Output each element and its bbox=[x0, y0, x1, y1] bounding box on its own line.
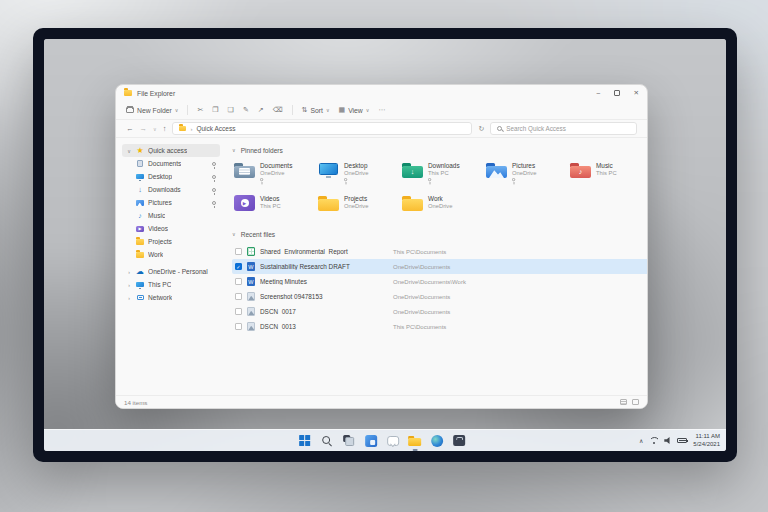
recent-files-list: Shared_Environmental_Report This PC\Docu… bbox=[232, 244, 648, 334]
copy-icon[interactable]: ❐ bbox=[212, 106, 218, 114]
close-button[interactable]: ✕ bbox=[634, 90, 639, 97]
pinned-tile-documents[interactable]: DocumentsOneDrive bbox=[234, 162, 318, 186]
large-icons-view-icon[interactable] bbox=[632, 399, 639, 405]
pin-icon bbox=[512, 178, 515, 181]
row-checkbox[interactable] bbox=[235, 323, 242, 330]
pinned-folders-grid: DocumentsOneDrive DesktopOneDrive ↓ Down… bbox=[234, 162, 648, 219]
folder-icon bbox=[136, 252, 144, 258]
file-explorer-icon bbox=[124, 90, 132, 96]
pinned-folders-header[interactable]: ∨ Pinned folders bbox=[232, 145, 648, 155]
row-checkbox[interactable] bbox=[235, 278, 242, 285]
sidebar-item-desktop[interactable]: Desktop bbox=[122, 170, 220, 183]
file-row[interactable]: Screenshot 09478153 OneDrive\Documents bbox=[232, 289, 648, 304]
pinned-tile-projects[interactable]: ProjectsOneDrive bbox=[318, 195, 402, 219]
recent-locations-button[interactable]: ∨ bbox=[153, 126, 157, 132]
title-bar[interactable]: File Explorer – ✕ bbox=[116, 85, 647, 101]
sidebar-item-projects[interactable]: Projects bbox=[122, 235, 220, 248]
chevron-right-icon[interactable]: › bbox=[126, 282, 132, 288]
rename-icon[interactable]: ✎ bbox=[243, 106, 249, 114]
row-checkbox[interactable] bbox=[235, 293, 242, 300]
sidebar-item-downloads[interactable]: ↓ Downloads bbox=[122, 183, 220, 196]
battery-icon[interactable] bbox=[677, 438, 687, 444]
sidebar-item-onedrive[interactable]: › ☁ OneDrive - Personal bbox=[122, 265, 220, 278]
details-view-icon[interactable] bbox=[620, 399, 627, 405]
network-icon bbox=[137, 295, 144, 300]
pinned-tile-downloads[interactable]: ↓ DownloadsThis PC bbox=[402, 162, 486, 186]
pinned-tile-videos[interactable]: ▶ VideosThis PC bbox=[234, 195, 318, 219]
sidebar-item-documents[interactable]: Documents bbox=[122, 157, 220, 170]
forward-button[interactable]: → bbox=[140, 124, 148, 133]
file-explorer-taskbar-button[interactable] bbox=[408, 434, 421, 447]
search-placeholder: Search Quick Access bbox=[506, 125, 566, 132]
search-icon bbox=[497, 126, 502, 131]
chevron-right-icon[interactable]: › bbox=[126, 269, 132, 275]
sidebar-item-music[interactable]: ♪ Music bbox=[122, 209, 220, 222]
breadcrumb[interactable]: › Quick Access bbox=[172, 122, 472, 135]
pinned-tile-desktop[interactable]: DesktopOneDrive bbox=[318, 162, 402, 186]
chevron-right-icon: › bbox=[190, 126, 192, 132]
view-button[interactable]: ▦ View ∨ bbox=[339, 106, 370, 114]
pinned-tile-work[interactable]: WorkOneDrive bbox=[402, 195, 486, 219]
sidebar-item-network[interactable]: › Network bbox=[122, 291, 220, 304]
store-button[interactable] bbox=[452, 434, 465, 447]
file-row-selected[interactable]: W Sustainability Research DRAFT OneDrive… bbox=[232, 259, 648, 274]
pinned-tile-pictures[interactable]: PicturesOneDrive bbox=[486, 162, 570, 186]
sidebar-item-work[interactable]: Work bbox=[122, 248, 220, 261]
chevron-right-icon[interactable]: › bbox=[126, 295, 132, 301]
projects-folder-icon bbox=[318, 195, 339, 211]
taskbar: ∧ 11:11 AM 5/24/2021 bbox=[44, 429, 726, 451]
tray-overflow-chevron[interactable]: ∧ bbox=[639, 437, 643, 444]
row-checkbox-checked[interactable] bbox=[235, 263, 242, 270]
pictures-icon bbox=[136, 200, 144, 206]
status-bar: 14 items bbox=[116, 395, 647, 408]
widgets-icon bbox=[365, 435, 377, 447]
delete-icon[interactable]: ⌫ bbox=[273, 106, 283, 114]
breadcrumb-location[interactable]: Quick Access bbox=[196, 125, 235, 132]
sidebar-item-this-pc[interactable]: › This PC bbox=[122, 278, 220, 291]
more-options-icon[interactable]: ⋯ bbox=[378, 106, 385, 114]
widgets-button[interactable] bbox=[364, 434, 377, 447]
sidebar-item-quick-access[interactable]: ∨ ★ Quick access bbox=[122, 144, 220, 157]
desktop-icon bbox=[136, 174, 144, 180]
sort-button[interactable]: ⇅ Sort ∨ bbox=[302, 106, 330, 114]
downloads-folder-icon: ↓ bbox=[402, 162, 423, 178]
chat-button[interactable] bbox=[386, 434, 399, 447]
row-checkbox[interactable] bbox=[235, 308, 242, 315]
back-button[interactable]: ← bbox=[126, 124, 134, 133]
chat-icon bbox=[387, 436, 399, 446]
file-row[interactable]: Shared_Environmental_Report This PC\Docu… bbox=[232, 244, 648, 259]
edge-button[interactable] bbox=[430, 434, 443, 447]
taskbar-search-button[interactable] bbox=[320, 434, 333, 447]
volume-icon[interactable] bbox=[664, 437, 671, 444]
sidebar-item-pictures[interactable]: Pictures bbox=[122, 196, 220, 209]
share-icon[interactable]: ↗ bbox=[258, 106, 264, 114]
file-row[interactable]: DSCN_0013 This PC\Documents bbox=[232, 319, 648, 334]
paste-icon[interactable]: ❏ bbox=[228, 106, 234, 114]
maximize-button[interactable] bbox=[614, 90, 620, 96]
pinned-tile-music[interactable]: ♪ MusicThis PC bbox=[570, 162, 648, 186]
recent-files-header[interactable]: ∨ Recent files bbox=[232, 229, 648, 239]
wifi-icon[interactable] bbox=[649, 437, 658, 444]
command-bar: New Folder ∨ ✂ ❐ ❏ ✎ ↗ ⌫ ⇅ Sort ∨ ▦ Vi bbox=[116, 101, 647, 120]
search-input[interactable]: Search Quick Access bbox=[490, 122, 637, 135]
row-checkbox[interactable] bbox=[235, 248, 242, 255]
navigation-pane: ∨ ★ Quick access Documents Desktop bbox=[116, 139, 224, 395]
start-button[interactable] bbox=[298, 434, 311, 447]
file-explorer-window: File Explorer – ✕ New Folder ∨ ✂ ❐ ❏ ✎ bbox=[115, 84, 648, 409]
image-file-icon bbox=[247, 292, 256, 301]
new-folder-button[interactable]: New Folder ∨ bbox=[126, 107, 178, 114]
file-row[interactable]: DSCN_0017 OneDrive\Documents bbox=[232, 304, 648, 319]
cut-icon[interactable]: ✂ bbox=[197, 106, 203, 114]
desktop-folder-icon bbox=[318, 162, 339, 178]
refresh-icon[interactable]: ↻ bbox=[478, 125, 484, 133]
taskbar-clock[interactable]: 11:11 AM 5/24/2021 bbox=[693, 433, 720, 448]
chevron-down-icon[interactable]: ∨ bbox=[126, 148, 132, 154]
task-view-icon bbox=[343, 435, 354, 446]
minimize-button[interactable]: – bbox=[596, 90, 600, 97]
up-button[interactable]: ↑ bbox=[163, 124, 167, 133]
file-row[interactable]: W Meeting Minutes OneDrive\Documents\Wor… bbox=[232, 274, 648, 289]
task-view-button[interactable] bbox=[342, 434, 355, 447]
this-pc-icon bbox=[136, 282, 144, 288]
sidebar-item-videos[interactable]: ▶ Videos bbox=[122, 222, 220, 235]
document-icon bbox=[137, 160, 143, 167]
